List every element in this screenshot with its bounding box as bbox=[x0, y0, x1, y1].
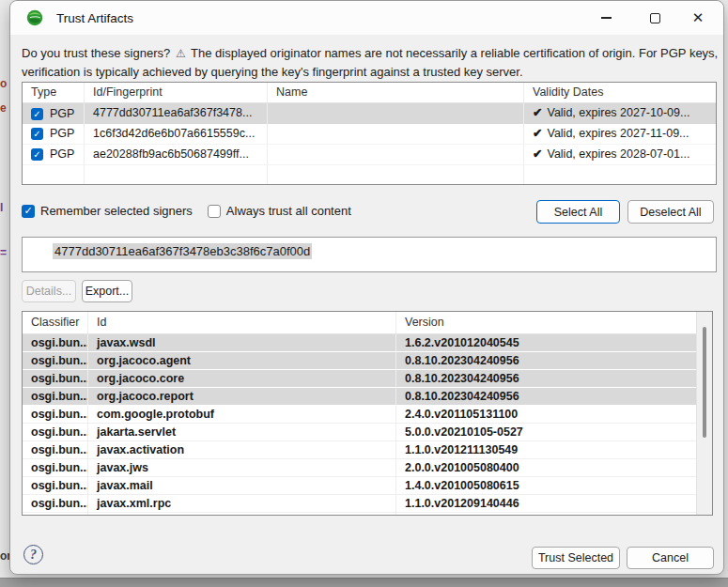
artifact-version-cell: 0.8.10.202304240956 bbox=[396, 388, 698, 405]
background-text-fragment: e bbox=[0, 101, 9, 115]
signers-col-name[interactable]: Name bbox=[268, 83, 524, 102]
signer-row[interactable]: ✓PGPae20288fb9ac6b50687499ff...✔Valid, e… bbox=[23, 145, 716, 165]
artifacts-col-classifier[interactable]: Classifier bbox=[23, 312, 88, 333]
signer-name-cell bbox=[268, 145, 524, 164]
signer-type-cell: ✓PGP bbox=[23, 124, 85, 144]
fingerprint-field[interactable]: 4777dd30711ea6af367f3478eb3c38f6c7a0f00d bbox=[22, 237, 717, 272]
valid-check-icon: ✔ bbox=[533, 147, 542, 161]
export-button[interactable]: Export... bbox=[82, 280, 132, 302]
artifact-version-cell: 2.0.0.v201005080400 bbox=[396, 459, 698, 476]
artifact-version-cell: 1.4.0.v201005080615 bbox=[396, 477, 698, 494]
artifact-id-cell: javax.xml.rpc bbox=[88, 495, 396, 512]
artifact-row[interactable]: osgi.bun...javax.activation1.1.0.v201211… bbox=[23, 441, 698, 459]
artifact-version-cell: 2.4.0.v201105131100 bbox=[396, 406, 698, 423]
artifact-row[interactable]: osgi.bun...javax.mail1.4.0.v201005080615 bbox=[23, 477, 698, 495]
signer-name-cell bbox=[268, 124, 524, 144]
signers-col-id[interactable]: Id/Fingerprint bbox=[85, 83, 268, 102]
window-title: Trust Artifacts bbox=[56, 11, 133, 25]
signer-id-cell: 4777dd30711ea6af367f3478... bbox=[85, 103, 268, 124]
artifact-classifier-cell: osgi.bun... bbox=[23, 495, 88, 512]
artifact-id-cell: javax.mail bbox=[88, 477, 396, 494]
artifact-classifier-cell: osgi.bun... bbox=[23, 459, 88, 476]
artifact-version-cell: 5.0.0.v20210105-0527 bbox=[396, 424, 698, 440]
artifact-version-cell: 1.3.0.v201005080501 bbox=[396, 513, 698, 516]
artifact-row[interactable]: osgi.bun...org.jacoco.report0.8.10.20230… bbox=[23, 388, 698, 406]
background-text-fragment: o bbox=[0, 77, 9, 90]
details-button: Details... bbox=[22, 280, 76, 302]
eclipse-app-icon bbox=[26, 9, 43, 26]
artifact-id-cell: org.jacoco.agent bbox=[88, 352, 396, 369]
artifact-version-cell: 1.6.2.v201012040545 bbox=[396, 334, 698, 351]
checkbox-unchecked-icon bbox=[208, 205, 221, 218]
signer-row[interactable]: ✓PGP4777dd30711ea6af367f3478...✔Valid, e… bbox=[23, 103, 716, 124]
artifact-id-cell: org.jacoco.report bbox=[88, 388, 396, 405]
signer-row[interactable]: ✓PGP1c6f3d42d6e6b07a6615559c...✔Valid, e… bbox=[23, 124, 716, 145]
signer-validity-cell: ✔Valid, expires 2028-07-01... bbox=[524, 145, 716, 164]
empty-cell bbox=[23, 165, 85, 185]
close-button[interactable]: ✕ bbox=[684, 8, 712, 28]
artifact-id-cell: javax.wsdl bbox=[88, 334, 396, 351]
remember-signers-checkbox[interactable]: ✓ Remember selected signers bbox=[22, 204, 193, 218]
always-trust-label: Always trust all content bbox=[226, 204, 351, 218]
empty-cell bbox=[524, 165, 716, 185]
signers-table-body: ✓PGP4777dd30711ea6af367f3478...✔Valid, e… bbox=[23, 103, 716, 185]
trust-selected-button[interactable]: Trust Selected bbox=[532, 547, 620, 569]
valid-check-icon: ✔ bbox=[533, 127, 542, 140]
artifacts-table: Classifier Id Version osgi.bun...javax.w… bbox=[22, 311, 713, 516]
minimize-button[interactable] bbox=[592, 8, 620, 28]
trust-artifacts-dialog: Trust Artifacts ✕ Do you trust these sig… bbox=[9, 0, 724, 575]
fingerprint-value: 4777dd30711ea6af367f3478eb3c38f6c7a0f00d bbox=[53, 243, 312, 259]
signer-checkbox[interactable]: ✓ bbox=[31, 108, 43, 120]
help-button[interactable]: ? bbox=[23, 545, 43, 564]
signer-checkbox[interactable]: ✓ bbox=[31, 128, 43, 140]
signers-col-validity[interactable]: Validity Dates bbox=[524, 83, 716, 102]
signer-name-cell bbox=[268, 103, 524, 124]
maximize-button[interactable] bbox=[641, 8, 669, 28]
background-strip bbox=[0, 578, 728, 587]
signer-id-cell: ae20288fb9ac6b50687499ff... bbox=[85, 145, 268, 164]
deselect-all-button[interactable]: Deselect All bbox=[627, 200, 714, 224]
scrollbar-thumb[interactable] bbox=[703, 327, 706, 438]
cancel-button[interactable]: Cancel bbox=[627, 547, 714, 569]
signer-validity-cell: ✔Valid, expires 2027-10-09... bbox=[524, 103, 716, 124]
artifact-id-cell: javax.xml.soap bbox=[88, 513, 396, 516]
artifact-row[interactable]: osgi.bun...javax.xml.rpc1.1.0.v201209140… bbox=[23, 495, 698, 513]
signer-checkbox[interactable]: ✓ bbox=[31, 148, 43, 161]
empty-cell bbox=[85, 165, 268, 185]
signer-validity-cell: ✔Valid, expires 2027-11-09... bbox=[524, 124, 716, 144]
background-text-fragment: I bbox=[0, 201, 9, 214]
valid-check-icon: ✔ bbox=[533, 106, 542, 119]
artifact-classifier-cell: osgi.bun... bbox=[23, 424, 88, 440]
always-trust-checkbox[interactable]: Always trust all content bbox=[208, 204, 351, 218]
artifact-row[interactable]: osgi.bun...javax.xml.soap1.3.0.v20100508… bbox=[23, 513, 698, 516]
artifacts-col-id[interactable]: Id bbox=[88, 312, 396, 333]
artifacts-col-version[interactable]: Version bbox=[396, 312, 698, 333]
artifact-row[interactable]: osgi.bun...jakarta.servlet5.0.0.v2021010… bbox=[23, 424, 698, 441]
artifact-row[interactable]: osgi.bun...com.google.protobuf2.4.0.v201… bbox=[23, 406, 698, 424]
title-bar[interactable]: Trust Artifacts ✕ bbox=[10, 1, 723, 35]
artifact-id-cell: com.google.protobuf bbox=[88, 406, 396, 423]
artifact-id-cell: jakarta.servlet bbox=[88, 424, 396, 440]
signer-id-cell: 1c6f3d42d6e6b07a6615559c... bbox=[85, 124, 268, 144]
background-text-fragment: = bbox=[0, 246, 9, 259]
empty-cell bbox=[268, 165, 524, 185]
artifact-id-cell: javax.activation bbox=[88, 441, 396, 458]
artifact-version-cell: 1.1.0.v201209140446 bbox=[396, 495, 698, 512]
artifacts-scrollbar[interactable] bbox=[696, 312, 712, 515]
signers-col-type[interactable]: Type bbox=[23, 83, 85, 102]
artifact-classifier-cell: osgi.bun... bbox=[23, 477, 88, 494]
artifact-row[interactable]: osgi.bun...org.jacoco.agent0.8.10.202304… bbox=[23, 352, 698, 370]
artifact-row[interactable]: osgi.bun...javax.jws2.0.0.v201005080400 bbox=[23, 459, 698, 477]
checkbox-checked-icon: ✓ bbox=[22, 205, 35, 218]
select-all-button[interactable]: Select All bbox=[536, 200, 620, 224]
artifact-version-cell: 0.8.10.202304240956 bbox=[396, 352, 698, 369]
artifact-row[interactable]: osgi.bun...javax.wsdl1.6.2.v201012040545 bbox=[23, 334, 698, 352]
artifact-row[interactable]: osgi.bun...org.jacoco.core0.8.10.2023042… bbox=[23, 370, 698, 388]
artifact-classifier-cell: osgi.bun... bbox=[23, 352, 88, 369]
artifact-version-cell: 0.8.10.202304240956 bbox=[396, 370, 698, 387]
artifact-classifier-cell: osgi.bun... bbox=[23, 334, 88, 351]
signers-table: Type Id/Fingerprint Name Validity Dates … bbox=[22, 82, 717, 185]
signer-type-cell: ✓PGP bbox=[23, 145, 85, 164]
empty-row bbox=[23, 165, 716, 185]
trust-question: Do you trust these signers? bbox=[22, 46, 170, 60]
